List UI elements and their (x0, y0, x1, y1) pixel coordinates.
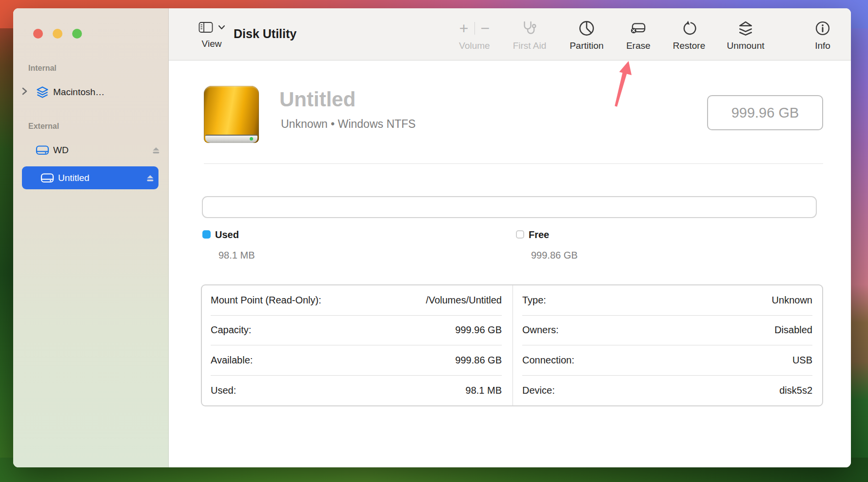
storage-usage-bar (202, 196, 817, 218)
table-row: Used: 98.1 MB (211, 376, 502, 406)
capacity-badge: 999.96 GB (707, 95, 823, 130)
pie-chart-icon (578, 20, 595, 37)
disk-utility-window: Internal Macintosh… External (13, 8, 851, 467)
detail-value: 98.1 MB (466, 385, 502, 396)
details-left-column: Mount Point (Read-Only): /Volumes/Untitl… (202, 285, 513, 405)
desktop: Internal Macintosh… External (0, 0, 868, 482)
detail-label: Capacity: (211, 324, 251, 336)
table-row: Owners: Disabled (522, 316, 812, 346)
external-drive-icon (37, 173, 58, 183)
main-content: Untitled Unknown • Windows NTFS 999.96 G… (169, 61, 851, 467)
view-button[interactable]: View (187, 19, 236, 49)
detail-value: USB (792, 355, 812, 366)
sidebar-item-label: Macintosh… (53, 87, 164, 98)
table-row: Available: 999.86 GB (211, 345, 502, 376)
minimize-button[interactable] (53, 29, 62, 39)
sidebar-section-internal: Internal (28, 64, 57, 73)
detail-value: Unknown (772, 295, 812, 306)
traffic-lights (33, 29, 82, 39)
external-drive-icon (32, 145, 53, 156)
sidebar-panel-icon (198, 21, 213, 33)
table-row: Type: Unknown (522, 285, 812, 316)
volume-title: Untitled (279, 88, 355, 111)
details-table: Mount Point (Read-Only): /Volumes/Untitl… (201, 284, 823, 406)
used-swatch (202, 230, 211, 239)
detail-label: Used: (211, 385, 236, 396)
toolbar-button-info[interactable]: Info (793, 17, 851, 51)
free-swatch (516, 230, 524, 239)
detail-value: disk5s2 (779, 385, 812, 396)
detail-label: Available: (211, 355, 253, 366)
used-label: Used (215, 229, 239, 241)
details-right-column: Type: Unknown Owners: Disabled Connectio… (513, 285, 822, 405)
eject-icon[interactable] (142, 174, 158, 182)
table-row: Device: disk5s2 (522, 376, 812, 406)
sidebar-item-label: Untitled (58, 173, 142, 183)
eject-stack-icon (737, 20, 754, 37)
volume-subtitle: Unknown • Windows NTFS (281, 118, 415, 131)
toolbar-button-volume: + − Volume (445, 17, 504, 51)
disk-x-icon (630, 20, 647, 36)
disk-activity-led (250, 137, 253, 141)
divider (204, 163, 823, 164)
detail-value: Disabled (774, 324, 812, 336)
disclosure-chevron-icon[interactable] (17, 87, 32, 98)
add-volume-icon: + (454, 20, 474, 36)
free-label: Free (529, 229, 549, 241)
sidebar-item-wd[interactable]: WD (17, 140, 164, 161)
table-row: Capacity: 999.96 GB (211, 316, 502, 346)
eject-icon[interactable] (148, 146, 164, 155)
table-row: Mount Point (Read-Only): /Volumes/Untitl… (211, 285, 502, 316)
sidebar-item-label: WD (53, 145, 148, 156)
view-button-label: View (187, 39, 236, 49)
toolbar-button-erase[interactable]: Erase (609, 17, 668, 51)
internal-drive-layers-icon (32, 85, 53, 99)
sidebar: Internal Macintosh… External (13, 8, 169, 467)
detail-label: Connection: (522, 355, 574, 366)
toolbar-button-unmount[interactable]: Unmount (716, 17, 775, 51)
free-value: 999.86 GB (531, 250, 578, 261)
external-disk-image (204, 86, 259, 143)
chevron-down-icon (218, 25, 225, 30)
sidebar-item-macintosh[interactable]: Macintosh… (17, 81, 164, 103)
sidebar-item-untitled-selected[interactable]: Untitled (22, 166, 158, 189)
toolbar-button-first-aid: First Aid (500, 17, 559, 51)
zoom-button[interactable] (72, 29, 82, 39)
info-circle-icon (815, 20, 830, 36)
detail-value: /Volumes/Untitled (426, 295, 502, 306)
detail-label: Owners: (522, 324, 558, 336)
toolbar-button-restore[interactable]: Restore (660, 17, 718, 51)
used-value: 98.1 MB (218, 250, 255, 261)
undo-arrow-icon (681, 20, 697, 37)
remove-volume-icon: − (475, 20, 496, 36)
detail-label: Mount Point (Read-Only): (211, 295, 321, 306)
sidebar-section-external: External (28, 122, 59, 131)
toolbar: View Disk Utility + − Volume (169, 8, 851, 60)
detail-label: Type: (522, 295, 546, 306)
detail-label: Device: (522, 385, 555, 396)
close-button[interactable] (33, 29, 43, 39)
table-row: Connection: USB (522, 345, 812, 376)
detail-value: 999.96 GB (455, 324, 502, 336)
detail-value: 999.86 GB (455, 355, 502, 366)
stethoscope-icon (521, 20, 538, 37)
window-title: Disk Utility (234, 27, 296, 41)
toolbar-button-partition[interactable]: Partition (557, 17, 616, 51)
